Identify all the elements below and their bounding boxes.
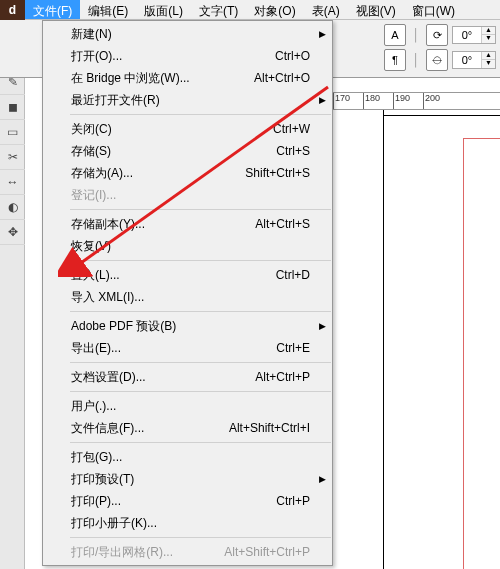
rotate-icon[interactable]: ⟳: [426, 24, 448, 46]
para-style-icon[interactable]: ¶: [384, 49, 406, 71]
shear-angle-value: 0°: [453, 54, 481, 66]
menu-item-label: 最近打开文件(R): [71, 92, 310, 109]
menu-item-label: 文档设置(D)...: [71, 369, 255, 386]
menu-item[interactable]: Adobe PDF 预设(B)▶: [43, 315, 332, 337]
menu-separator: [70, 362, 331, 363]
menu-item-shortcut: Ctrl+O: [275, 49, 310, 63]
tool-slot[interactable]: ✂: [0, 145, 25, 170]
menu-item-shortcut: Alt+Ctrl+S: [255, 217, 310, 231]
menu-item-label: 登记(I)...: [71, 187, 310, 204]
page-boundary: [383, 115, 500, 569]
menu-item-label: 打印预设(T): [71, 471, 310, 488]
menu-item[interactable]: 打印预设(T)▶: [43, 468, 332, 490]
menubar: 文件(F)编辑(E)版面(L)文字(T)对象(O)表(A)视图(V)窗口(W): [0, 0, 500, 20]
menu-item-label: 导入 XML(I)...: [71, 289, 310, 306]
submenu-arrow-icon: ▶: [319, 474, 326, 484]
menu-item-label: 存储(S): [71, 143, 276, 160]
menu-item[interactable]: 导出(E)...Ctrl+E: [43, 337, 332, 359]
menu-item: 登记(I)...: [43, 184, 332, 206]
rotation-angle-value: 0°: [453, 29, 481, 41]
menu-item[interactable]: 恢复(V): [43, 235, 332, 257]
menu-item[interactable]: 导入 XML(I)...: [43, 286, 332, 308]
menu-item[interactable]: 编辑(E): [80, 0, 136, 19]
menu-item[interactable]: 存储为(A)...Shift+Ctrl+S: [43, 162, 332, 184]
menu-item[interactable]: 文件(F): [25, 0, 80, 19]
menu-item-shortcut: Shift+Ctrl+S: [245, 166, 310, 180]
ruler-tick: 180: [363, 93, 393, 109]
menu-item[interactable]: 打开(O)...Ctrl+O: [43, 45, 332, 67]
menu-item-shortcut: Alt+Shift+Ctrl+I: [229, 421, 310, 435]
menu-item[interactable]: 置入(L)...Ctrl+D: [43, 264, 332, 286]
menu-item-shortcut: Ctrl+E: [276, 341, 310, 355]
menu-separator: [70, 537, 331, 538]
menu-item[interactable]: 新建(N)▶: [43, 23, 332, 45]
separator-icon: │: [410, 24, 422, 46]
char-style-icon[interactable]: A: [384, 24, 406, 46]
menu-item-label: Adobe PDF 预设(B): [71, 318, 310, 335]
menu-item-label: 打印小册子(K)...: [71, 515, 310, 532]
menu-item: 打印/导出网格(R)...Alt+Shift+Ctrl+P: [43, 541, 332, 563]
menu-item[interactable]: 在 Bridge 中浏览(W)...Alt+Ctrl+O: [43, 67, 332, 89]
menu-item-label: 置入(L)...: [71, 267, 276, 284]
submenu-arrow-icon: ▶: [319, 321, 326, 331]
margin-guide-vertical: [463, 138, 464, 569]
menu-item[interactable]: 用户(.)...: [43, 395, 332, 417]
menu-item[interactable]: 最近打开文件(R)▶: [43, 89, 332, 111]
menu-item-shortcut: Alt+Ctrl+P: [255, 370, 310, 384]
menu-item[interactable]: 存储(S)Ctrl+S: [43, 140, 332, 162]
tool-slot[interactable]: ↔: [0, 170, 25, 195]
menu-item-label: 打开(O)...: [71, 48, 275, 65]
document-canvas[interactable]: [333, 110, 500, 569]
file-menu-dropdown: 新建(N)▶打开(O)...Ctrl+O在 Bridge 中浏览(W)...Al…: [42, 20, 333, 566]
menu-item-shortcut: Ctrl+P: [276, 494, 310, 508]
menu-item-label: 打包(G)...: [71, 449, 310, 466]
menu-separator: [70, 442, 331, 443]
ruler-tick: 170: [333, 93, 363, 109]
menu-item-label: 打印(P)...: [71, 493, 276, 510]
rotation-angle-field[interactable]: 0° ▲▼: [452, 26, 496, 44]
menu-item-shortcut: Ctrl+S: [276, 144, 310, 158]
menu-separator: [70, 260, 331, 261]
menu-item-label: 存储为(A)...: [71, 165, 245, 182]
menu-item[interactable]: 视图(V): [348, 0, 404, 19]
menu-item-shortcut: Alt+Shift+Ctrl+P: [224, 545, 310, 559]
horizontal-ruler: 170180190200: [333, 92, 500, 110]
menu-item-label: 关闭(C): [71, 121, 273, 138]
menu-item-shortcut: Alt+Ctrl+O: [254, 71, 310, 85]
menu-item[interactable]: 版面(L): [136, 0, 191, 19]
menu-item[interactable]: 窗口(W): [404, 0, 463, 19]
menu-item[interactable]: 表(A): [304, 0, 348, 19]
menu-separator: [70, 311, 331, 312]
tool-slot[interactable]: ◐: [0, 195, 25, 220]
submenu-arrow-icon: ▶: [319, 29, 326, 39]
menu-item[interactable]: 存储副本(Y)...Alt+Ctrl+S: [43, 213, 332, 235]
left-tool-strip: ▸ T ✎ ◼ ▭ ✂ ↔ ◐ ✥: [0, 20, 25, 569]
menu-item[interactable]: 打包(G)...: [43, 446, 332, 468]
ruler-tick: 190: [393, 93, 423, 109]
separator-icon: │: [410, 49, 422, 71]
menu-item-label: 文件信息(F)...: [71, 420, 229, 437]
ruler-tick: 200: [423, 93, 453, 109]
menu-separator: [70, 391, 331, 392]
menu-item[interactable]: 文件信息(F)...Alt+Shift+Ctrl+I: [43, 417, 332, 439]
menu-item-label: 在 Bridge 中浏览(W)...: [71, 70, 254, 87]
app-logo: d: [0, 0, 25, 20]
tool-slot[interactable]: ✥: [0, 220, 25, 245]
tool-slot[interactable]: ▭: [0, 120, 25, 145]
shear-icon[interactable]: ⦵: [426, 49, 448, 71]
menu-item-label: 用户(.)...: [71, 398, 310, 415]
tool-slot[interactable]: ◼: [0, 95, 25, 120]
submenu-arrow-icon: ▶: [319, 95, 326, 105]
menu-item[interactable]: 文档设置(D)...Alt+Ctrl+P: [43, 366, 332, 388]
menu-item[interactable]: 打印(P)...Ctrl+P: [43, 490, 332, 512]
menu-item[interactable]: 文字(T): [191, 0, 246, 19]
menu-item-label: 存储副本(Y)...: [71, 216, 255, 233]
shear-angle-field[interactable]: 0° ▲▼: [452, 51, 496, 69]
menu-item-shortcut: Ctrl+D: [276, 268, 310, 282]
menu-item[interactable]: 打印小册子(K)...: [43, 512, 332, 534]
menu-item[interactable]: 对象(O): [246, 0, 303, 19]
menu-item-label: 打印/导出网格(R)...: [71, 544, 224, 561]
menu-separator: [70, 114, 331, 115]
margin-guide-horizontal: [463, 138, 500, 139]
menu-item[interactable]: 关闭(C)Ctrl+W: [43, 118, 332, 140]
